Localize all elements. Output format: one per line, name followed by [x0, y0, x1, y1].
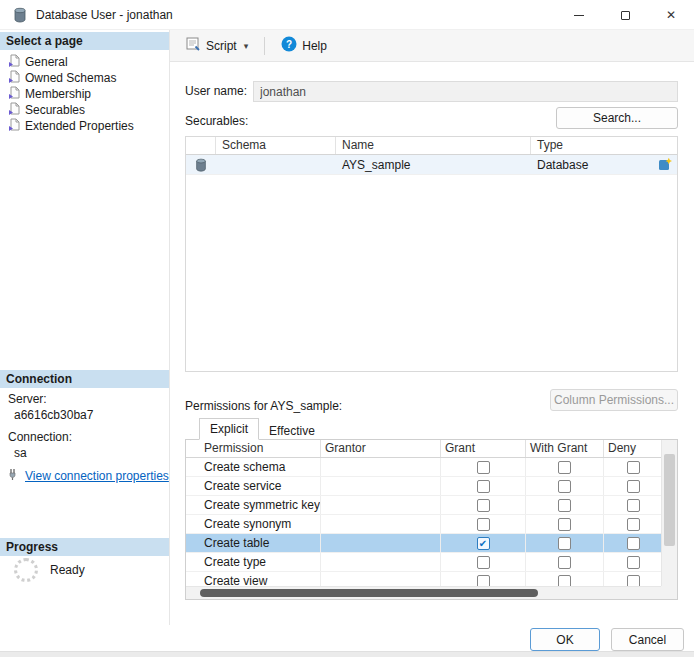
server-value: a6616cb30ba7 — [14, 408, 93, 422]
type-column-header[interactable]: Type — [531, 137, 677, 154]
deny-checkbox[interactable] — [627, 499, 640, 512]
column-permissions-button[interactable]: Column Permissions... — [550, 389, 678, 411]
tab-effective[interactable]: Effective — [259, 422, 325, 440]
bottom-strip — [0, 651, 694, 657]
help-button[interactable]: ? Help — [275, 33, 333, 58]
deny-checkbox[interactable] — [627, 480, 640, 493]
deny-checkbox[interactable] — [627, 556, 640, 569]
c-grant-cell: ✔ — [441, 534, 526, 552]
deny-checkbox[interactable] — [627, 537, 640, 550]
progress-header: Progress — [0, 538, 169, 556]
cancel-button[interactable]: Cancel — [611, 628, 684, 651]
permissions-rows: Create schemaCreate serviceCreate symmet… — [186, 458, 662, 587]
view-connection-properties-link[interactable]: View connection properties — [25, 469, 169, 483]
page-icon — [8, 86, 20, 102]
with-grant-checkbox[interactable] — [558, 499, 571, 512]
c-grant-cell — [441, 458, 526, 476]
select-page-header: Select a page — [0, 32, 169, 50]
maximize-button[interactable] — [602, 0, 648, 30]
ok-button[interactable]: OK — [530, 628, 600, 651]
titlebar: Database User - jonathan ✕ — [0, 0, 694, 30]
toolbar: Script ▾ ? Help — [170, 30, 694, 62]
sidebar-item-label: Membership — [25, 87, 91, 101]
permission-row[interactable]: Create view — [186, 572, 662, 587]
grant-checkbox[interactable] — [477, 461, 490, 474]
close-button[interactable]: ✕ — [648, 0, 694, 30]
with-grant-checkbox[interactable] — [558, 518, 571, 531]
securable-name: AYS_sample — [336, 155, 531, 175]
minimize-button[interactable] — [556, 0, 602, 30]
securables-label: Securables: — [185, 114, 248, 128]
schema-column-header[interactable]: Schema — [216, 137, 336, 154]
c-deny-cell — [604, 515, 662, 533]
grant-checkbox[interactable] — [477, 556, 490, 569]
securable-row[interactable]: AYS_sample Database — [186, 155, 677, 175]
sidebar-item-general[interactable]: General — [4, 54, 169, 70]
permission-name-cell: Create schema — [186, 458, 321, 476]
help-label: Help — [302, 39, 327, 53]
page-icon — [8, 70, 20, 86]
sidebar-item-owned-schemas[interactable]: Owned Schemas — [4, 70, 169, 86]
script-icon — [186, 37, 201, 54]
c-deny-cell — [604, 534, 662, 552]
page-icon — [8, 54, 20, 70]
vertical-scrollbar[interactable] — [661, 440, 677, 586]
sidebar-item-label: Owned Schemas — [25, 71, 116, 85]
grantor-cell — [321, 458, 441, 476]
sidebar-item-extended-properties[interactable]: Extended Properties — [4, 118, 169, 134]
grantor-cell — [321, 496, 441, 514]
close-icon: ✕ — [666, 8, 676, 22]
name-column-header[interactable]: Name — [336, 137, 531, 154]
grantor-column-header[interactable]: Grantor — [321, 440, 441, 457]
script-button[interactable]: Script ▾ — [180, 34, 254, 57]
tab-explicit[interactable]: Explicit — [199, 418, 259, 440]
c-with-cell — [526, 553, 604, 571]
deny-checkbox[interactable] — [627, 461, 640, 474]
grant-checkbox[interactable] — [477, 518, 490, 531]
grantor-cell — [321, 515, 441, 533]
permission-row[interactable]: Create symmetric key — [186, 496, 662, 515]
deny-checkbox[interactable] — [627, 518, 640, 531]
permission-name-cell: Create service — [186, 477, 321, 495]
with-grant-column-header[interactable]: With Grant — [526, 440, 604, 457]
permission-column-header[interactable]: Permission — [186, 440, 321, 457]
permission-row[interactable]: Create synonym — [186, 515, 662, 534]
permission-row[interactable]: Create table✔ — [186, 534, 662, 553]
sidebar-item-securables[interactable]: Securables — [4, 102, 169, 118]
deny-column-header[interactable]: Deny — [604, 440, 662, 457]
maximize-icon — [621, 11, 630, 20]
with-grant-checkbox[interactable] — [558, 461, 571, 474]
with-grant-checkbox[interactable] — [558, 480, 571, 493]
grant-checkbox[interactable]: ✔ — [477, 537, 490, 550]
sidebar-item-membership[interactable]: Membership — [4, 86, 169, 102]
permission-name-cell: Create symmetric key — [186, 496, 321, 514]
c-grant-cell — [441, 515, 526, 533]
grant-checkbox[interactable] — [477, 480, 490, 493]
grant-checkbox[interactable] — [477, 499, 490, 512]
search-button[interactable]: Search... — [556, 107, 678, 129]
progress-status: Ready — [50, 563, 85, 577]
c-grant-cell — [441, 553, 526, 571]
permission-row[interactable]: Create service — [186, 477, 662, 496]
vertical-scrollbar-thumb[interactable] — [664, 454, 675, 546]
with-grant-checkbox[interactable] — [558, 537, 571, 550]
grantor-cell — [321, 534, 441, 552]
window-title: Database User - jonathan — [36, 8, 173, 22]
with-grant-checkbox[interactable] — [558, 556, 571, 569]
permission-name-cell: Create synonym — [186, 515, 321, 533]
chevron-down-icon: ▾ — [244, 41, 249, 51]
icon-column-header — [186, 137, 216, 154]
database-icon — [12, 7, 28, 23]
permissions-table-header: Permission Grantor Grant With Grant Deny — [186, 440, 662, 458]
user-name-label: User name: — [185, 81, 247, 102]
permission-name-cell: Create view — [186, 572, 321, 587]
connection-header: Connection — [0, 370, 169, 388]
permission-row[interactable]: Create schema — [186, 458, 662, 477]
user-name-field[interactable] — [253, 81, 678, 102]
sidebar-item-label: Extended Properties — [25, 119, 134, 133]
horizontal-scrollbar-thumb[interactable] — [200, 589, 538, 597]
grant-column-header[interactable]: Grant — [441, 440, 526, 457]
permission-row[interactable]: Create type — [186, 553, 662, 572]
horizontal-scrollbar[interactable] — [186, 586, 661, 599]
permissions-tabs: Explicit Effective — [185, 419, 325, 440]
